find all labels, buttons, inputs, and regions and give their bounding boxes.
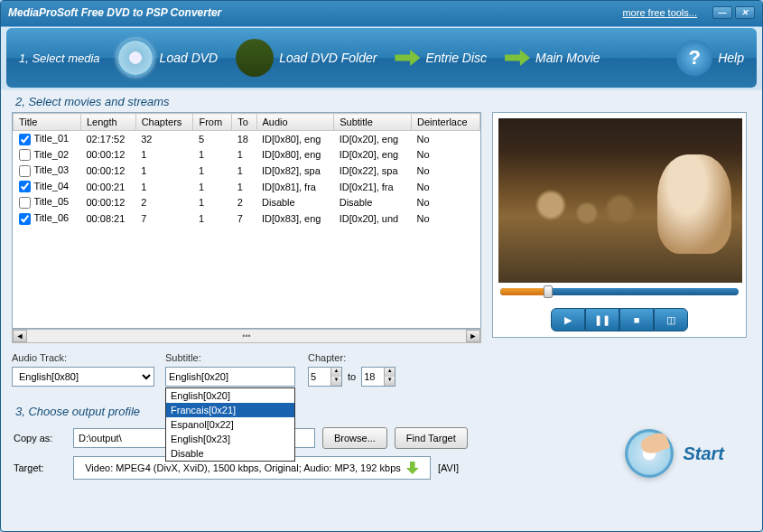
chevron-up-icon[interactable]: ▲ (330, 368, 341, 377)
scroll-right-icon[interactable]: ► (466, 330, 480, 342)
more-tools-link[interactable]: more free tools... (622, 7, 697, 18)
app-title: MediaProSoft Free DVD to PSP Converter (8, 6, 221, 19)
chevron-up-icon[interactable]: ▲ (384, 368, 395, 377)
video-preview[interactable] (498, 118, 742, 283)
cell: 18 (232, 131, 256, 147)
minimize-button[interactable]: — (712, 6, 732, 19)
titlebar: MediaProSoft Free DVD to PSP Converter m… (1, 1, 762, 24)
target-text: Video: MPEG4 (DivX, XviD), 1500 kbps, Or… (85, 462, 401, 473)
cell: 00:08:21 (80, 210, 135, 227)
chapter-to-input[interactable] (362, 368, 384, 386)
subtitle-select[interactable] (165, 367, 295, 387)
audio-track-select[interactable]: English[0x80] (12, 367, 154, 387)
cell: No (411, 163, 479, 179)
subtitle-option[interactable]: English[0x23] (166, 432, 294, 446)
row-checkbox[interactable] (19, 149, 31, 161)
cell: 1 (193, 194, 232, 210)
cell: Disable (256, 194, 334, 210)
main-movie-label: Main Movie (535, 51, 600, 65)
target-label: Target: (14, 462, 66, 473)
table-row[interactable]: Title_0400:00:21111ID[0x81], fraID[0x21]… (14, 179, 480, 195)
scroll-left-icon[interactable]: ◄ (13, 330, 27, 342)
chapter-to-spinner[interactable]: ▲▼ (361, 367, 395, 387)
cell: ID[0x80], eng (256, 147, 334, 163)
subtitle-option[interactable]: Espanol[0x22] (166, 417, 294, 432)
scroll-track[interactable]: ••• (27, 330, 466, 342)
pause-button[interactable]: ❚❚ (585, 308, 619, 331)
snapshot-button[interactable]: ◫ (654, 308, 688, 331)
seek-bar[interactable] (500, 288, 739, 295)
stop-button[interactable]: ■ (619, 308, 654, 331)
play-button[interactable]: ▶ (551, 308, 585, 331)
row-checkbox[interactable] (19, 134, 31, 145)
subtitle-dropdown[interactable]: English[0x20]Francais[0x21]Espanol[0x22]… (165, 387, 295, 462)
cell: ID[0x20], eng (334, 131, 412, 147)
audio-track-label: Audio Track: (12, 352, 154, 363)
browse-button[interactable]: Browse... (322, 427, 387, 449)
cell: Title_04 (14, 179, 81, 195)
table-row[interactable]: Title_0200:00:12111ID[0x80], engID[0x20]… (14, 147, 480, 163)
target-suffix: [AVI] (438, 462, 459, 473)
cell: 1 (193, 179, 232, 195)
cell: 1 (232, 179, 256, 195)
arrow-right-icon (395, 50, 420, 66)
table-row[interactable]: Title_0300:00:12111ID[0x82], spaID[0x22]… (14, 163, 480, 179)
table-row[interactable]: Title_0600:08:21717ID[0x83], engID[0x20]… (14, 210, 480, 227)
col-header[interactable]: From (193, 114, 232, 131)
h-scrollbar[interactable]: ◄ ••• ► (12, 329, 481, 343)
col-header[interactable]: Length (80, 114, 135, 131)
entire-disc-button[interactable]: Entrie Disc (395, 50, 487, 66)
row-checkbox[interactable] (19, 213, 31, 225)
arrow-right-icon (505, 50, 530, 66)
cell: 7 (135, 210, 193, 227)
col-header[interactable]: To (232, 114, 256, 131)
start-button[interactable]: Start (625, 429, 724, 478)
step3-label: 3, Choose output profile (15, 405, 762, 418)
chapter-label: Chapter: (308, 352, 395, 363)
col-header[interactable]: Title (14, 114, 81, 131)
cell: ID[0x20], und (334, 210, 412, 227)
chapter-from-input[interactable] (309, 368, 330, 386)
subtitle-option[interactable]: Disable (166, 446, 294, 461)
row-checkbox[interactable] (19, 181, 31, 192)
cell: ID[0x20], eng (334, 147, 412, 163)
preview-panel: ▶ ❚❚ ■ ◫ (492, 112, 747, 338)
col-header[interactable]: Deinterlace (411, 114, 479, 131)
cell: No (411, 179, 479, 195)
col-header[interactable]: Chapters (135, 114, 193, 131)
load-dvd-button[interactable]: Load DVD (116, 39, 219, 77)
subtitle-option[interactable]: English[0x20] (166, 388, 294, 403)
row-checkbox[interactable] (19, 165, 31, 177)
cell: ID[0x22], spa (334, 163, 412, 179)
disc-icon (116, 39, 154, 77)
col-header[interactable]: Subtitle (334, 114, 412, 131)
table-row[interactable]: Title_0102:17:5232518ID[0x80], engID[0x2… (14, 131, 480, 147)
col-header[interactable]: Audio (256, 114, 334, 131)
to-label: to (348, 371, 356, 382)
cell: 1 (135, 147, 193, 163)
chevron-down-icon[interactable]: ▼ (330, 377, 341, 386)
cell: No (411, 194, 479, 210)
cell: 1 (193, 147, 232, 163)
chevron-down-icon[interactable]: ▼ (384, 377, 395, 386)
subtitle-option[interactable]: Francais[0x21] (166, 403, 294, 417)
cell: 00:00:12 (80, 163, 135, 179)
load-dvd-folder-button[interactable]: Load DVD Folder (236, 39, 377, 77)
row-checkbox[interactable] (19, 197, 31, 209)
main-movie-button[interactable]: Main Movie (505, 50, 600, 66)
cell: 00:00:21 (80, 179, 135, 195)
find-target-button[interactable]: Find Target (395, 427, 468, 449)
table-row[interactable]: Title_0500:00:12212DisableDisableNo (14, 194, 480, 210)
chapter-from-spinner[interactable]: ▲▼ (308, 367, 342, 387)
cell: ID[0x83], eng (256, 210, 334, 227)
cell: 2 (232, 194, 256, 210)
close-button[interactable]: ✕ (735, 6, 755, 19)
titles-table[interactable]: TitleLengthChaptersFromToAudioSubtitleDe… (13, 113, 480, 227)
help-button[interactable]: ? Help (676, 40, 744, 76)
cell: 2 (135, 194, 193, 210)
seek-thumb[interactable] (544, 285, 553, 298)
cell: 00:00:12 (80, 147, 135, 163)
copy-as-label: Copy as: (14, 433, 66, 443)
step2-label: 2, Select movies and streams (15, 95, 762, 108)
cell: 1 (193, 210, 232, 227)
